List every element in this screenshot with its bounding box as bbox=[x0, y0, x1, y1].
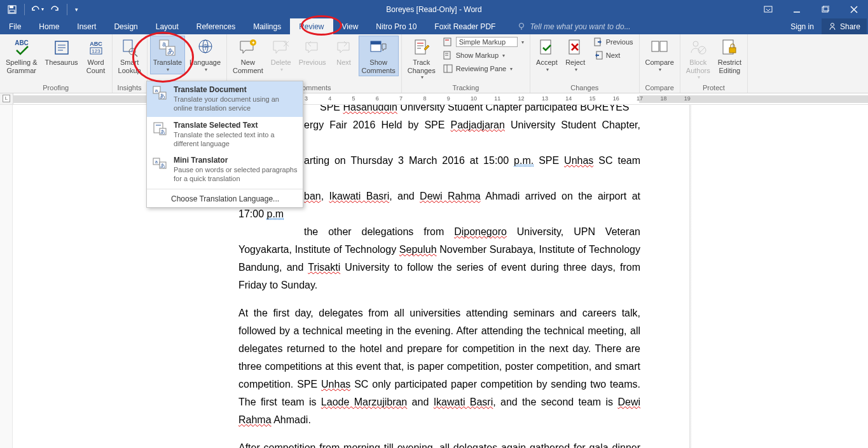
svg-rect-55 bbox=[660, 41, 667, 51]
minimize-button[interactable] bbox=[782, 0, 811, 18]
translate-document-item[interactable]: aあ Translate Document Translate your doc… bbox=[147, 81, 303, 117]
group-compare: Compare▾ Compare bbox=[640, 34, 680, 93]
ruler-horizontal[interactable]: L 2112345678910111213141516171819 bbox=[0, 93, 868, 105]
tab-design[interactable]: Design bbox=[105, 18, 146, 34]
display-for-review-dropdown[interactable]: Simple Markup▾ bbox=[440, 36, 527, 48]
paragraph-2[interactable]: At the first day, delegates from all uni… bbox=[238, 304, 640, 429]
close-button[interactable] bbox=[839, 0, 868, 18]
new-comment-icon: ✦ bbox=[238, 37, 258, 58]
previous-comment-button: Previous bbox=[296, 36, 329, 69]
markup-icon bbox=[443, 37, 453, 47]
next-change-button[interactable]: Next bbox=[590, 49, 637, 62]
svg-text:あ: あ bbox=[160, 93, 165, 99]
restrict-editing-icon bbox=[719, 37, 740, 58]
window-title: Boreyes [Read-Only] - Word bbox=[386, 5, 482, 14]
paragraph-3[interactable]: After competition from morning till even… bbox=[238, 439, 640, 448]
tab-selector[interactable]: L bbox=[3, 95, 10, 102]
group-protect: Block Authors▾ Restrict Editing Protect bbox=[680, 34, 748, 93]
redo-button[interactable] bbox=[46, 2, 63, 17]
reviewing-pane-icon bbox=[443, 64, 453, 74]
svg-rect-2 bbox=[10, 10, 15, 13]
reviewing-pane-dropdown[interactable]: Reviewing Pane▾ bbox=[440, 62, 527, 75]
tab-home[interactable]: Home bbox=[30, 18, 68, 34]
show-comments-button[interactable]: Show Comments bbox=[359, 36, 399, 76]
reject-button[interactable]: Reject▾ bbox=[562, 36, 589, 74]
svg-text:字: 字 bbox=[202, 44, 208, 50]
svg-point-11 bbox=[830, 23, 834, 26]
accept-button[interactable]: Accept▾ bbox=[533, 36, 561, 74]
svg-point-56 bbox=[693, 41, 698, 46]
track-changes-button[interactable]: Track Changes▾ bbox=[404, 36, 439, 82]
translate-doc-icon: aあ bbox=[152, 85, 167, 100]
track-changes-icon bbox=[411, 37, 432, 58]
signin-link[interactable]: Sign in bbox=[783, 22, 822, 31]
titlebar: ▾ ▾ Boreyes [Read-Only] - Word bbox=[0, 0, 868, 18]
show-markup-icon bbox=[443, 50, 453, 60]
choose-translation-language[interactable]: Choose Translation Language... bbox=[147, 191, 303, 207]
previous-comment-icon bbox=[302, 37, 322, 58]
tell-me-search[interactable]: Tell me what you want to do... bbox=[517, 18, 630, 34]
delete-comment-button: Delete▾ bbox=[268, 36, 294, 74]
mini-translator-icon: aあ bbox=[152, 156, 167, 171]
svg-text:ABC: ABC bbox=[15, 39, 29, 46]
share-button[interactable]: Share bbox=[822, 18, 867, 34]
show-markup-dropdown[interactable]: Show Markup▾ bbox=[440, 49, 527, 62]
group-changes: Accept▾ Reject▾ Previous Next Changes bbox=[530, 34, 639, 93]
language-button[interactable]: 字 Language▾ bbox=[186, 36, 224, 74]
svg-line-58 bbox=[699, 48, 705, 53]
qat-customize[interactable]: ▾ bbox=[71, 2, 81, 17]
ribbon: ABC Spelling & Grammar Thesaurus ABC123 … bbox=[0, 34, 868, 93]
translate-icon: aあ bbox=[157, 37, 177, 58]
maximize-button[interactable] bbox=[811, 0, 839, 18]
svg-rect-37 bbox=[415, 40, 425, 54]
svg-text:あ: あ bbox=[167, 47, 174, 55]
group-insights: Smart Lookup Insights bbox=[113, 34, 148, 93]
svg-rect-1 bbox=[10, 6, 13, 8]
tab-nitro[interactable]: Nitro Pro 10 bbox=[367, 18, 425, 34]
translate-button[interactable]: aあ Translate▾ bbox=[150, 36, 185, 74]
spelling-grammar-button[interactable]: ABC Spelling & Grammar bbox=[3, 36, 41, 76]
tab-layout[interactable]: Layout bbox=[147, 18, 188, 34]
show-comments-icon bbox=[368, 37, 389, 58]
translate-selected-item[interactable]: あ Translate Selected Text Translate the … bbox=[147, 117, 303, 153]
svg-rect-20 bbox=[123, 40, 132, 51]
next-comment-icon bbox=[334, 37, 354, 58]
document-page[interactable]: SPE Hasanuddin University Student Chapte… bbox=[16, 105, 701, 448]
tab-review[interactable]: Review bbox=[290, 18, 333, 34]
thesaurus-icon bbox=[52, 37, 72, 58]
tab-file[interactable]: File bbox=[0, 18, 30, 34]
ruler-vertical[interactable] bbox=[0, 105, 13, 448]
tab-references[interactable]: References bbox=[188, 18, 244, 34]
word-count-button[interactable]: ABC123 Word Count bbox=[83, 36, 109, 76]
svg-rect-60 bbox=[729, 48, 736, 53]
thesaurus-button[interactable]: Thesaurus bbox=[42, 36, 81, 69]
svg-rect-6 bbox=[823, 6, 829, 11]
svg-text:あ: あ bbox=[160, 129, 165, 135]
document-area: SPE Hasanuddin University Student Chapte… bbox=[0, 105, 868, 448]
tab-view[interactable]: View bbox=[333, 18, 368, 34]
ribbon-tabs: File Home Insert Design Layout Reference… bbox=[0, 18, 868, 34]
reject-icon bbox=[565, 37, 586, 58]
tab-mailings[interactable]: Mailings bbox=[244, 18, 290, 34]
svg-rect-46 bbox=[444, 65, 452, 72]
translate-dropdown: aあ Translate Document Translate your doc… bbox=[146, 81, 303, 208]
save-button[interactable] bbox=[4, 2, 20, 17]
mini-translator-item[interactable]: aあ Mini Translator Pause on words or sel… bbox=[147, 152, 303, 187]
tab-foxit[interactable]: Foxit Reader PDF bbox=[425, 18, 504, 34]
restrict-editing-button[interactable]: Restrict Editing bbox=[715, 36, 745, 76]
previous-change-button[interactable]: Previous bbox=[590, 36, 637, 48]
smart-lookup-button[interactable]: Smart Lookup bbox=[115, 36, 144, 76]
svg-text:a: a bbox=[163, 41, 167, 48]
svg-rect-5 bbox=[822, 7, 828, 12]
ribbon-options-button[interactable] bbox=[754, 0, 782, 18]
compare-button[interactable]: Compare▾ bbox=[642, 36, 677, 74]
accept-icon bbox=[537, 37, 557, 58]
svg-point-9 bbox=[520, 23, 524, 27]
block-authors-icon bbox=[688, 37, 708, 58]
svg-rect-54 bbox=[652, 41, 659, 51]
translate-selected-icon: あ bbox=[152, 121, 167, 136]
new-comment-button[interactable]: ✦ New Comment bbox=[230, 36, 266, 76]
tab-insert[interactable]: Insert bbox=[68, 18, 105, 34]
undo-button[interactable]: ▾ bbox=[29, 2, 45, 17]
svg-text:123: 123 bbox=[92, 48, 100, 54]
